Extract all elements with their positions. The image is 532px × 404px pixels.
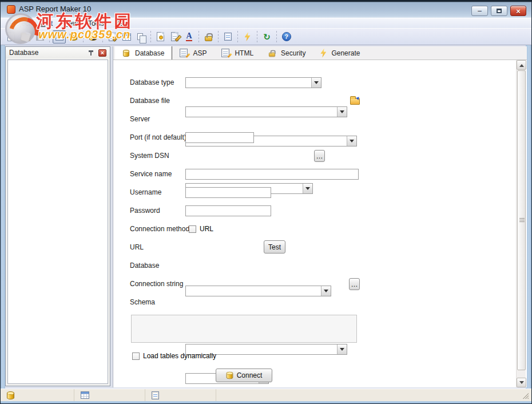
- tabbar: Database ASP HTML Security Generate: [113, 46, 527, 60]
- service-name-input[interactable]: [185, 169, 359, 180]
- sort-fields-button[interactable]: [221, 30, 235, 43]
- database-file-label: Database file: [130, 96, 170, 106]
- status-section-fields: [145, 389, 216, 401]
- window-controls: – ×: [471, 6, 526, 16]
- toolbar-separator: [218, 31, 219, 42]
- page-bullet-icon: [157, 32, 164, 41]
- password-label: Password: [130, 205, 160, 216]
- database-tree[interactable]: [7, 60, 108, 384]
- edit-fields-button[interactable]: [168, 30, 181, 43]
- arrow-down-icon: [519, 381, 524, 386]
- chevron-down-icon[interactable]: [311, 78, 321, 88]
- resize-grip[interactable]: [523, 393, 529, 399]
- database-button[interactable]: [67, 30, 80, 43]
- chevron-down-icon[interactable]: [303, 184, 312, 193]
- page-edit-icon: [109, 32, 116, 41]
- main-area: Database ASP HTML Security Generate: [113, 46, 527, 387]
- new-project-button[interactable]: [5, 30, 18, 43]
- chevron-down-icon[interactable]: [337, 107, 347, 117]
- database-file-select[interactable]: [185, 106, 347, 117]
- database-dock-panel: Database ×: [5, 46, 110, 386]
- tab-html[interactable]: HTML: [214, 46, 261, 60]
- browse-database-file-button[interactable]: [349, 95, 361, 107]
- load-tables-checkbox-label[interactable]: Load tables dynamically: [143, 351, 216, 362]
- menu-edit[interactable]: Edit: [35, 19, 58, 28]
- menu-help[interactable]: Help: [109, 19, 134, 28]
- close-icon: ×: [101, 49, 104, 56]
- tab-generate[interactable]: Generate: [313, 46, 367, 60]
- url-method-checkbox[interactable]: [189, 225, 196, 233]
- tab-security[interactable]: Security: [261, 46, 313, 60]
- font-button[interactable]: A: [182, 30, 196, 43]
- menu-project[interactable]: Project: [4, 19, 35, 28]
- connection-string-label: Connection string: [130, 279, 183, 290]
- synchronize-database-button[interactable]: [86, 30, 100, 43]
- minimize-icon: –: [478, 7, 482, 14]
- tab-label: HTML: [235, 49, 253, 57]
- titlebar[interactable]: ASP Report Maker 10 – ×: [1, 1, 531, 18]
- ellipsis-icon: …: [316, 152, 323, 160]
- scrollbar-thumb[interactable]: [517, 70, 526, 370]
- connect-button[interactable]: Connect: [216, 369, 272, 382]
- refresh-button[interactable]: ↻: [260, 30, 273, 43]
- window-title: ASP Report Maker 10: [19, 5, 91, 13]
- password-input[interactable]: [185, 205, 271, 216]
- open-folder-icon: [350, 98, 360, 105]
- edit-page-button[interactable]: [106, 30, 119, 43]
- page-pencil-icon: [180, 49, 188, 57]
- system-dsn-browse-button[interactable]: …: [314, 150, 325, 162]
- port-input[interactable]: [185, 132, 254, 143]
- table-setup-button[interactable]: [120, 30, 133, 43]
- pin-icon[interactable]: [88, 49, 94, 56]
- database-label: Database: [130, 260, 159, 271]
- system-dsn-label: System DSN: [130, 150, 169, 161]
- database-icon: [70, 33, 77, 41]
- scroll-up-button[interactable]: [517, 60, 526, 70]
- schema-label: Schema: [130, 297, 155, 308]
- field-setup-button[interactable]: [154, 30, 167, 43]
- refresh-icon: ↻: [263, 33, 271, 41]
- status-section-table: [74, 389, 145, 401]
- arrow-up-icon: [519, 62, 524, 67]
- url-method-checkbox-label[interactable]: URL: [200, 224, 213, 235]
- copy-icon: [137, 33, 143, 40]
- close-button[interactable]: ×: [510, 6, 526, 16]
- project-properties-button[interactable]: [53, 30, 66, 43]
- chevron-down-icon[interactable]: [321, 286, 331, 296]
- tab-asp[interactable]: ASP: [172, 46, 214, 60]
- load-tables-checkbox[interactable]: [132, 352, 140, 360]
- url-select[interactable]: [185, 286, 331, 296]
- status-section-database: [1, 389, 74, 401]
- menu-view[interactable]: View: [58, 19, 83, 28]
- restore-button[interactable]: [491, 6, 507, 16]
- help-button[interactable]: ?: [280, 30, 293, 43]
- chevron-down-icon[interactable]: [337, 344, 347, 354]
- test-button[interactable]: Test: [264, 240, 285, 254]
- vertical-scrollbar[interactable]: [516, 60, 526, 387]
- service-name-label: Service name: [130, 169, 172, 180]
- minimize-button[interactable]: –: [471, 6, 488, 16]
- tab-label: Generate: [331, 49, 360, 57]
- window-body: Database × Database ASP HTML: [1, 45, 531, 389]
- username-input[interactable]: [185, 187, 271, 198]
- dock-close-button[interactable]: ×: [98, 49, 106, 57]
- security-button[interactable]: [202, 30, 215, 43]
- scroll-down-button[interactable]: [517, 378, 526, 387]
- generate-button[interactable]: [241, 30, 254, 43]
- lightning-icon: [320, 49, 326, 58]
- connection-string-browse-button[interactable]: …: [349, 278, 360, 290]
- toolbar-separator: [150, 31, 151, 42]
- sort-list-icon: [224, 33, 232, 41]
- save-project-button[interactable]: [33, 30, 46, 43]
- database-type-label: Database type: [130, 77, 174, 88]
- database-icon: [7, 391, 14, 399]
- database-type-select[interactable]: [185, 77, 321, 88]
- chevron-down-icon[interactable]: [347, 136, 356, 146]
- open-folder-icon: [21, 34, 30, 41]
- tab-database[interactable]: Database: [115, 46, 172, 60]
- open-project-button[interactable]: [19, 30, 32, 43]
- menu-tools[interactable]: Tools: [83, 19, 109, 28]
- username-label: Username: [130, 187, 161, 198]
- window-frame-bottom: [1, 401, 531, 404]
- copy-table-button[interactable]: [134, 30, 148, 43]
